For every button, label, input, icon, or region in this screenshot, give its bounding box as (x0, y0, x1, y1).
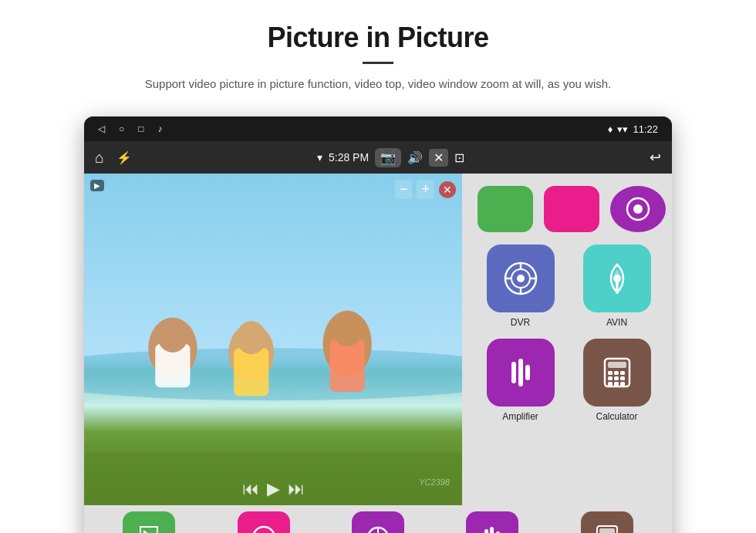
svg-point-13 (633, 204, 643, 214)
svg-rect-29 (614, 371, 619, 375)
top-app-row (471, 186, 666, 232)
siriusxm-bottom-icon[interactable]: S (238, 511, 290, 533)
svg-rect-51 (599, 528, 615, 533)
device-frame: ◁ ○ □ ♪ ♦ ▾▾ 11:22 ⌂ ⚡ ▾ 5:28 PM 📷 🔊 ✕ ⊡… (84, 116, 672, 533)
calculator-icon-box[interactable] (583, 339, 651, 406)
status-indicators: ♦ ▾▾ 11:22 (608, 123, 658, 135)
amplifier-bottom-icon-svg (478, 523, 507, 533)
svg-point-7 (236, 321, 265, 354)
page-title: Picture in Picture (46, 22, 710, 54)
dvr-icon-svg (501, 258, 541, 299)
svg-point-4 (157, 318, 189, 353)
wheelkey-bottom-icon[interactable] (352, 511, 404, 533)
svg-point-10 (332, 312, 363, 346)
home-icon[interactable]: ⌂ (95, 149, 104, 167)
siriusxm-icon-partial[interactable] (544, 186, 599, 232)
calculator-bottom-icon[interactable] (581, 511, 633, 533)
dvr-label: DVR (511, 317, 530, 328)
app-bar-right: ↩ (650, 149, 661, 166)
main-app-grid: DVR AVIN (471, 245, 666, 422)
plus-icon: + (421, 181, 430, 197)
calculator-app-item[interactable]: Calculator (574, 339, 660, 422)
siriusxm-icon-svg: S (249, 523, 278, 533)
svg-rect-9 (330, 339, 365, 392)
svg-rect-27 (608, 362, 626, 368)
amplifier-app-item[interactable]: Amplifier (478, 339, 563, 422)
svg-rect-30 (620, 371, 625, 375)
siriusxm-bottom-item[interactable]: S SiriusXM (210, 511, 318, 533)
svg-rect-34 (608, 382, 613, 386)
avin-icon-svg (597, 258, 637, 299)
avin-icon-box[interactable] (583, 245, 651, 312)
close-icon[interactable]: ✕ (429, 149, 448, 167)
window-icon[interactable]: ⊡ (454, 150, 464, 165)
back-nav-icon[interactable]: ◁ (98, 123, 105, 134)
wifi-icon: ▾▾ (617, 123, 628, 135)
pip-expand-button[interactable]: + (417, 180, 434, 199)
calculator-label: Calculator (596, 411, 637, 422)
svg-rect-35 (614, 382, 619, 386)
amplifier-icon-box[interactable] (487, 339, 555, 406)
pip-indicator: ▶ (90, 180, 104, 191)
video-scene-svg (84, 174, 462, 505)
netflix-bottom-icon[interactable] (123, 511, 175, 533)
pip-minimize-button[interactable]: − (395, 180, 413, 199)
pip-video-area: ▶ − + ✕ ⏮ ▶ ⏭ (84, 174, 462, 505)
amplifier-bottom-item[interactable]: Amplifier (438, 511, 546, 533)
recents-nav-icon[interactable]: □ (138, 123, 143, 134)
home-nav-icon[interactable]: ○ (119, 123, 124, 134)
pip-camera-icon: ▶ (94, 181, 100, 190)
svg-marker-38 (143, 530, 154, 533)
avin-label: AVIN (606, 317, 627, 328)
dvr-app-item[interactable]: DVR (478, 245, 563, 328)
avin-app-item[interactable]: AVIN (574, 245, 660, 328)
svg-rect-23 (511, 362, 516, 383)
video-background (84, 174, 462, 505)
netflix-bottom-item[interactable]: Netflix (95, 511, 203, 533)
video-window-controls[interactable]: − + ✕ (395, 180, 456, 199)
dvr-icon-box[interactable] (487, 245, 555, 312)
calculator-bottom-item[interactable]: Calculator (553, 511, 661, 533)
svg-rect-32 (614, 376, 619, 380)
svg-rect-6 (234, 348, 268, 396)
clock: 11:22 (633, 123, 658, 135)
camera-button[interactable]: 📷 (375, 148, 401, 167)
status-bar: ◁ ○ □ ♪ ♦ ▾▾ 11:22 (84, 116, 672, 141)
wheelkey-icon-partial[interactable] (610, 186, 666, 232)
prev-track-button[interactable]: ⏮ (242, 479, 259, 499)
close-icon: ✕ (443, 184, 452, 196)
main-content: ▶ − + ✕ ⏮ ▶ ⏭ (84, 174, 672, 505)
svg-point-16 (517, 275, 525, 282)
svg-point-21 (613, 275, 621, 282)
location-icon: ♦ (608, 123, 613, 135)
usb-icon: ⚡ (116, 150, 132, 165)
play-pause-button[interactable]: ▶ (267, 479, 280, 499)
bottom-app-row: Netflix S SiriusXM (84, 505, 672, 533)
app-bar-left: ⌂ ⚡ (95, 149, 132, 167)
amplifier-bottom-icon[interactable] (466, 511, 518, 533)
back-icon[interactable]: ↩ (650, 149, 661, 166)
app-bar-center: ▾ 5:28 PM 📷 🔊 ✕ ⊡ (317, 148, 464, 167)
wheelkey-bottom-icon-svg (363, 523, 393, 533)
volume-icon[interactable]: 🔊 (407, 150, 423, 165)
calculator-icon-svg (597, 353, 637, 393)
pip-close-button[interactable]: ✕ (439, 181, 456, 198)
amplifier-icon-svg (501, 353, 541, 393)
svg-rect-31 (608, 376, 613, 380)
playback-controls[interactable]: ⏮ ▶ ⏭ (242, 479, 305, 499)
wheelkey-bottom-item[interactable]: Wheelkey Study (324, 511, 432, 533)
page-header: Picture in Picture Support video picture… (0, 0, 756, 106)
title-divider (363, 62, 393, 64)
svg-marker-37 (140, 527, 157, 533)
svg-rect-33 (620, 376, 625, 380)
music-nav-icon[interactable]: ♪ (158, 123, 163, 134)
nav-buttons: ◁ ○ □ ♪ (98, 123, 163, 134)
app-grid-area: DVR AVIN (462, 174, 672, 505)
wifi-status-icon: ▾ (317, 151, 322, 164)
svg-rect-25 (525, 365, 530, 380)
minus-icon: − (400, 181, 408, 197)
netflix-icon-partial[interactable] (478, 186, 533, 232)
next-track-button[interactable]: ⏭ (288, 479, 305, 499)
watermark: YC2398 (419, 477, 450, 487)
app-bar-time: 5:28 PM (329, 151, 369, 164)
